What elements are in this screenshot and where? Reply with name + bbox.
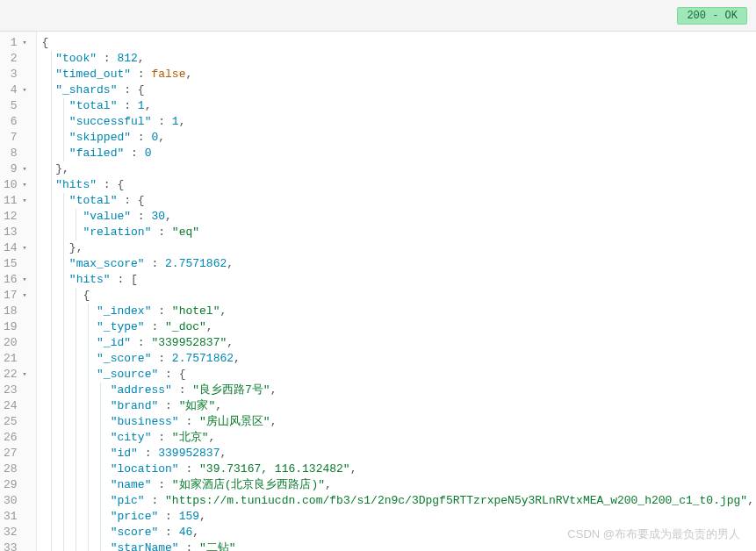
line-number: 15 <box>4 256 29 272</box>
code-line: "failed" : 0 <box>42 146 756 161</box>
line-number: 17▾ <box>4 288 29 304</box>
line-number: 24 <box>4 398 29 414</box>
code-line: "_score" : 2.7571862, <box>42 351 756 367</box>
line-number: 5 <box>4 98 29 114</box>
line-number: 13 <box>4 225 29 240</box>
code-line: "location" : "39.73167, 116.132482", <box>42 462 756 477</box>
status-badge: 200 - OK <box>677 7 747 25</box>
line-number: 8 <box>4 146 29 161</box>
line-number: 16▾ <box>4 272 29 288</box>
line-number: 12 <box>4 209 29 225</box>
code-line: "total" : 1, <box>42 98 756 114</box>
code-line: "skipped" : 0, <box>42 130 756 146</box>
line-number: 23 <box>4 383 29 398</box>
code-line: "max_score" : 2.7571862, <box>42 256 756 272</box>
fold-icon[interactable]: ▾ <box>20 288 27 304</box>
line-number: 7 <box>4 130 29 146</box>
line-number: 6 <box>4 114 29 130</box>
code-line: "score" : 46, <box>42 525 756 540</box>
code-line: { <box>42 35 756 51</box>
code-line: "total" : { <box>42 193 756 209</box>
code-line: }, <box>42 240 756 256</box>
code-line: "_id" : "339952837", <box>42 335 756 351</box>
code-line: "_shards" : { <box>42 82 756 98</box>
line-number: 10▾ <box>4 177 29 193</box>
code-line: "address" : "良乡西路7号", <box>42 383 756 398</box>
code-line: "hits" : [ <box>42 272 756 288</box>
code-line: "hits" : { <box>42 177 756 193</box>
code-line: "relation" : "eq" <box>42 225 756 240</box>
code-line: "starName" : "二钻" <box>42 540 756 551</box>
fold-icon[interactable]: ▾ <box>20 161 27 177</box>
line-number: 29 <box>4 477 29 493</box>
code-area[interactable]: { "took" : 812, "timed_out" : false, "_s… <box>37 32 756 551</box>
code-line: "name" : "如家酒店(北京良乡西路店)", <box>42 477 756 493</box>
line-number: 33 <box>4 540 29 551</box>
toolbar: 200 - OK <box>0 0 756 32</box>
code-line: "pic" : "https://m.tuniucdn.com/fb3/s1/2… <box>42 493 756 509</box>
line-number: 26 <box>4 430 29 446</box>
code-line: }, <box>42 161 756 177</box>
code-line: "took" : 812, <box>42 51 756 67</box>
code-line: { <box>42 288 756 304</box>
line-number: 18 <box>4 304 29 319</box>
code-line: "brand" : "如家", <box>42 398 756 414</box>
code-line: "price" : 159, <box>42 509 756 525</box>
fold-icon[interactable]: ▾ <box>20 272 27 288</box>
code-line: "business" : "房山风景区", <box>42 414 756 430</box>
line-number: 4▾ <box>4 82 29 98</box>
line-number: 2 <box>4 51 29 67</box>
fold-icon[interactable]: ▾ <box>20 193 27 209</box>
fold-icon[interactable]: ▾ <box>20 82 27 98</box>
fold-icon[interactable]: ▾ <box>20 177 27 193</box>
line-number: 1▾ <box>4 35 29 51</box>
line-number: 19 <box>4 319 29 335</box>
line-number: 22▾ <box>4 367 29 383</box>
json-editor: 1▾234▾56789▾10▾11▾121314▾1516▾17▾1819202… <box>0 32 756 551</box>
line-number: 31 <box>4 509 29 525</box>
line-number: 28 <box>4 462 29 477</box>
code-line: "successful" : 1, <box>42 114 756 130</box>
line-number: 20 <box>4 335 29 351</box>
fold-icon[interactable]: ▾ <box>20 367 27 383</box>
code-line: "_index" : "hotel", <box>42 304 756 319</box>
code-line: "city" : "北京", <box>42 430 756 446</box>
line-number: 30 <box>4 493 29 509</box>
line-number: 21 <box>4 351 29 367</box>
line-number: 32 <box>4 525 29 540</box>
code-line: "_source" : { <box>42 367 756 383</box>
code-line: "_type" : "_doc", <box>42 319 756 335</box>
code-line: "id" : 339952837, <box>42 446 756 462</box>
fold-icon[interactable]: ▾ <box>20 35 27 51</box>
line-number: 3 <box>4 67 29 82</box>
line-number: 11▾ <box>4 193 29 209</box>
code-line: "timed_out" : false, <box>42 67 756 82</box>
line-number: 25 <box>4 414 29 430</box>
fold-icon[interactable]: ▾ <box>20 240 27 256</box>
line-number: 27 <box>4 446 29 462</box>
line-number: 14▾ <box>4 240 29 256</box>
code-line: "value" : 30, <box>42 209 756 225</box>
line-number: 9▾ <box>4 161 29 177</box>
line-gutter: 1▾234▾56789▾10▾11▾121314▾1516▾17▾1819202… <box>0 32 37 551</box>
